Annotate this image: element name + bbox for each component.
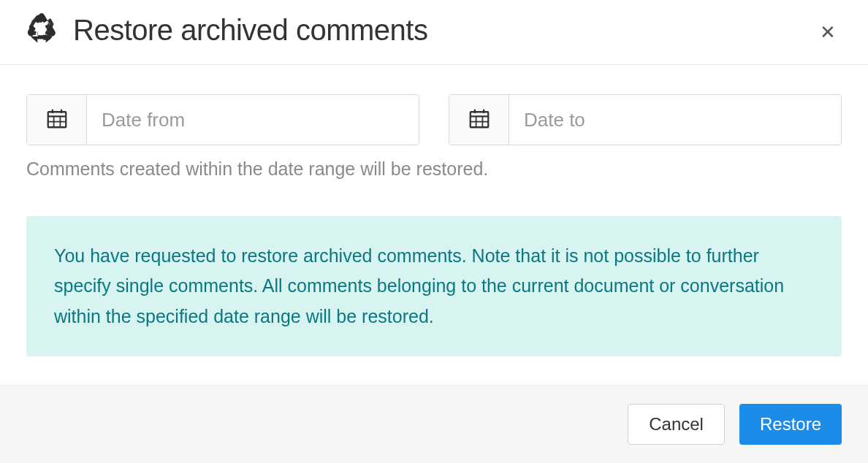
date-from-group (26, 94, 419, 145)
info-box: You have requested to restore archived c… (26, 216, 842, 356)
restore-button[interactable]: Restore (739, 404, 842, 445)
calendar-icon (47, 108, 67, 131)
date-from-input[interactable] (87, 95, 419, 145)
modal-header: Restore archived comments ✕ (0, 0, 868, 65)
date-to-group (449, 94, 842, 145)
date-from-addon (27, 95, 87, 145)
modal-footer: Cancel Restore (0, 385, 868, 463)
recycle-icon-main (26, 13, 57, 47)
date-range-inputs (26, 94, 842, 145)
calendar-icon (469, 108, 490, 131)
helper-text: Comments created within the date range w… (26, 158, 842, 180)
date-to-addon (449, 95, 509, 145)
close-icon: ✕ (820, 21, 836, 43)
date-to-input[interactable] (509, 95, 841, 145)
header-left: Restore archived comments (26, 13, 427, 47)
modal-title: Restore archived comments (73, 14, 427, 47)
info-message: You have requested to restore archived c… (54, 241, 814, 332)
cancel-button[interactable]: Cancel (628, 404, 725, 445)
svg-rect-0 (47, 112, 66, 127)
close-button[interactable]: ✕ (814, 20, 842, 45)
modal-body: Comments created within the date range w… (0, 65, 868, 383)
svg-rect-7 (470, 112, 488, 127)
